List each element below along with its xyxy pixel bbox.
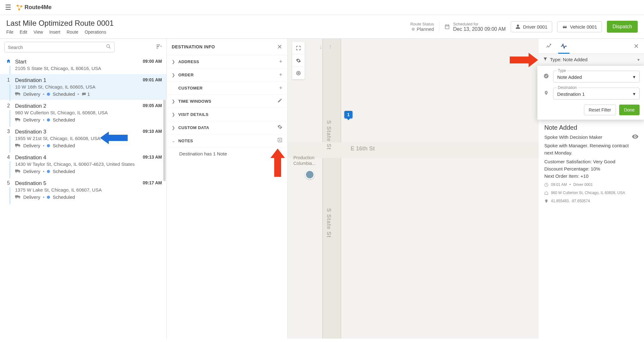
sort-icon[interactable] — [156, 44, 162, 51]
section-customer[interactable]: ❯CUSTOMER + — [167, 82, 287, 95]
fullscreen-icon[interactable] — [292, 42, 305, 54]
annotation-arrow-red-up — [270, 149, 285, 177]
gear-icon[interactable] — [292, 54, 305, 67]
chevron-right-icon: ❯ — [172, 125, 175, 130]
chevron-down-icon[interactable]: ▾ — [637, 57, 640, 62]
stop-address: 1375 W Lake St, Chicago, IL 60607, USA — [15, 187, 139, 193]
field-value: Destination 1 — [557, 91, 585, 97]
field-value: Note Added — [557, 74, 582, 80]
section-order[interactable]: ❯ORDER + — [167, 68, 287, 82]
menu-file[interactable]: File — [6, 30, 14, 35]
filter-type-select[interactable]: Type Note Added▾ — [553, 71, 640, 83]
stop-item[interactable]: 3Destination 31955 W 21st St, Chicago, I… — [0, 126, 166, 151]
activity-tabs: ✕ — [539, 39, 644, 54]
edit-icon[interactable] — [277, 98, 282, 105]
arrow-up-icon: ↑ — [329, 43, 332, 50]
map[interactable]: S State St S State St E 16th St Producti… — [288, 39, 644, 339]
svg-point-36 — [635, 136, 636, 137]
stop-item[interactable]: 1Destination 110 W 16th St, Chicago, IL … — [0, 74, 166, 100]
section-notes[interactable]: ⌄NOTES — [167, 134, 287, 148]
menu-route[interactable]: Route — [67, 30, 78, 35]
menu-insert[interactable]: Insert — [49, 30, 60, 35]
section-visit-details[interactable]: ❯VISIT DETAILS + — [167, 108, 287, 121]
stop-type: Delivery — [23, 143, 40, 148]
stop-item[interactable]: Start2105 S State St, Chicago, IL 60616,… — [0, 56, 166, 74]
search-input[interactable] — [8, 45, 106, 50]
note-meta-coords: 41.855483, -87.650574 — [544, 199, 638, 203]
section-time-windows[interactable]: ❯TIME WINDOWS — [167, 95, 287, 108]
note-count: 1 — [82, 91, 90, 97]
stop-time: 09:17 AM — [143, 180, 162, 200]
svg-point-35 — [544, 73, 549, 78]
stop-type: Delivery — [23, 194, 40, 200]
chevron-down-icon: ⌄ — [172, 138, 175, 143]
truck-icon — [15, 194, 21, 200]
scheduled-label: Scheduled for — [453, 22, 506, 26]
svg-marker-8 — [100, 132, 128, 144]
status-dot-icon — [47, 93, 50, 96]
section-label: CUSTOMER — [178, 86, 203, 90]
gear-icon[interactable] — [277, 124, 282, 131]
arrow-down-icon: ↓ — [319, 43, 322, 50]
note-meta-time: 09:01 AM • Driver 0001 — [544, 182, 638, 187]
stop-status: Scheduled — [53, 169, 75, 174]
section-custom-data[interactable]: ❯CUSTOM DATA — [167, 121, 287, 134]
menu-operations[interactable]: Operations — [85, 30, 106, 35]
field-label: Destination — [557, 85, 578, 90]
home-icon — [6, 59, 11, 71]
chevron-right-icon: ❯ — [172, 59, 175, 64]
notes-summary[interactable]: Destination has 1 Note ❯ — [167, 148, 287, 160]
close-icon[interactable]: ✕ — [277, 43, 282, 51]
dispatch-button[interactable]: Dispatch — [607, 21, 638, 33]
map-road-label: E 16th St — [351, 145, 375, 152]
driver-pill[interactable]: Driver 0001 — [511, 21, 552, 32]
menu-icon[interactable]: ☰ — [5, 3, 11, 12]
map-poi-icon[interactable] — [305, 170, 314, 179]
tab-route-activity[interactable] — [541, 39, 556, 54]
search-icon[interactable] — [106, 44, 111, 50]
check-icon — [543, 73, 549, 80]
add-icon[interactable]: + — [279, 72, 282, 78]
menu-view[interactable]: View — [34, 30, 43, 35]
map-pin[interactable]: 1 — [344, 111, 353, 118]
section-label: NOTES — [178, 138, 193, 143]
target-icon[interactable] — [292, 67, 305, 79]
reset-filter-button[interactable]: Reset Filter — [584, 105, 616, 115]
section-address[interactable]: ❯ADDRESS + — [167, 55, 287, 68]
menu-edit[interactable]: Edit — [20, 30, 27, 35]
eye-icon[interactable] — [632, 134, 638, 140]
filter-icon — [543, 57, 547, 62]
truck-icon — [15, 143, 21, 148]
logo-text: Route4Me — [25, 4, 52, 11]
stop-item[interactable]: 4Destination 41430 W Taylor St, Chicago,… — [0, 151, 166, 177]
status-dot-icon — [412, 28, 415, 31]
detail-title: DESTINATION INFO — [172, 44, 215, 49]
filter-bar[interactable]: Type: Note Added ▾ — [539, 54, 644, 66]
svg-rect-15 — [15, 144, 19, 146]
tab-timeline-active[interactable] — [556, 39, 571, 54]
search-box[interactable] — [4, 42, 114, 52]
person-icon — [515, 24, 520, 29]
note-title: Note Added — [544, 124, 638, 131]
header: Last Mile Optimized Route 0001 File Edit… — [0, 15, 644, 39]
stop-number: 3 — [6, 129, 11, 148]
filter-destination-select[interactable]: Destination Destination 1▾ — [553, 88, 640, 100]
close-icon[interactable]: ✕ — [634, 42, 639, 50]
annotation-arrow-blue — [100, 131, 128, 145]
map-road-label: S State St — [325, 120, 332, 150]
sidebar: Start2105 S State St, Chicago, IL 60616,… — [0, 39, 167, 339]
add-icon[interactable]: + — [279, 85, 282, 91]
logo[interactable]: Route4Me — [16, 4, 52, 11]
activity-panel: ✕ Type: Note Added ▾ Type Note Added▾ — [539, 39, 644, 339]
chevron-right-icon: ❯ — [172, 73, 175, 77]
add-icon[interactable]: + — [279, 58, 282, 65]
map-road-vertical — [322, 39, 341, 339]
done-button[interactable]: Done — [619, 105, 640, 115]
vehicle-pill[interactable]: Vehicle 0001 — [557, 21, 602, 32]
stop-item[interactable]: 2Destination 2960 W Cullerton St, Chicag… — [0, 100, 166, 126]
stop-type: Delivery — [23, 169, 40, 174]
stop-time: 09:01 AM — [143, 77, 162, 97]
add-note-icon[interactable] — [277, 138, 282, 144]
stop-item[interactable]: 5Destination 51375 W Lake St, Chicago, I… — [0, 177, 166, 203]
field-label: Type — [557, 68, 567, 73]
